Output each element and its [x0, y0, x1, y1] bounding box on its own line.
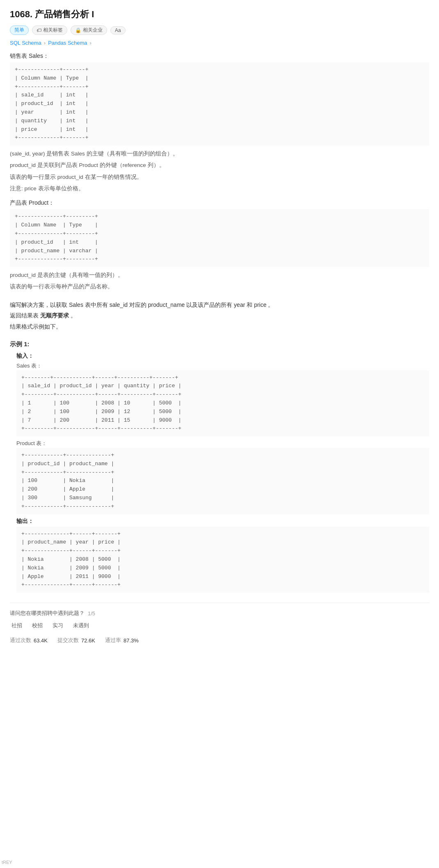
survey-section: 请问您在哪类招聘中遇到此题？ 1/5 社招 校招 实习 未遇到 通过次数 63.…: [10, 603, 429, 644]
stat-submit-count-label: 提交次数: [57, 637, 79, 644]
sales-table-title: 销售表 Sales：: [10, 53, 429, 60]
survey-options: 社招 校招 实习 未遇到: [10, 621, 429, 630]
tag-icon: 🏷: [37, 27, 41, 33]
question-prefix: 返回结果表: [10, 312, 40, 319]
stat-pass-count: 通过次数 63.4K: [10, 637, 48, 644]
survey-option-not-encountered[interactable]: 未遇到: [71, 621, 91, 630]
stat-pass-count-label: 通过次数: [10, 637, 31, 644]
stat-pass-count-value: 63.4K: [34, 637, 48, 644]
tag-related-companies[interactable]: 🔒 相关企业: [71, 25, 107, 35]
sales-table-section: 销售表 Sales： +-------------+-------+ | Col…: [10, 53, 429, 194]
stat-pass-rate-value: 87.3%: [123, 637, 139, 644]
tag-bar: 简单 🏷 相关标签 🔒 相关企业 Aa: [10, 25, 429, 35]
product-desc-2: 该表的每一行表示每种产品的产品名称。: [10, 282, 429, 292]
stat-pass-rate: 通过率 87.3%: [105, 637, 139, 644]
survey-question-text: 请问您在哪类招聘中遇到此题？: [10, 610, 85, 617]
sales-desc-1: (sale_id, year) 是销售表 Sales 的主键（具有唯一值的列的组…: [10, 149, 429, 159]
breadcrumb-pandas-schema[interactable]: Pandas Schema: [48, 40, 87, 46]
stat-pass-rate-label: 通过率: [105, 637, 121, 644]
breadcrumb-sql-schema[interactable]: SQL Schema: [10, 40, 41, 46]
product-desc-1: product_id 是表的主键（具有唯一值的列）。: [10, 270, 429, 280]
sales-desc-3: 该表的每一行显示 product_id 在某一年的销售情况。: [10, 172, 429, 182]
survey-option-shezao[interactable]: 社招: [10, 621, 24, 630]
product-schema-code: +--------------+---------+ | Column Name…: [10, 209, 429, 267]
sales-desc-2: product_id 是关联到产品表 Product 的外键（reference…: [10, 160, 429, 170]
stat-submit-count: 提交次数 72.6K: [57, 637, 95, 644]
example-1-product-label: Product 表：: [16, 440, 429, 447]
tag-related-tags[interactable]: 🏷 相关标签: [32, 25, 67, 35]
example-1-sales-code: +--------+------------+------+----------…: [16, 370, 429, 437]
breadcrumb-separator-2: ›: [90, 40, 91, 46]
survey-counter: 1/5: [88, 610, 95, 617]
question-section: 编写解决方案，以获取 Sales 表中所有 sale_id 对应的 produc…: [10, 299, 429, 332]
sales-schema-code: +-------------+-------+ | Column Name | …: [10, 62, 429, 146]
stat-submit-count-value: 72.6K: [81, 637, 95, 644]
page-title: 1068. 产品销售分析 I: [10, 8, 429, 21]
example-1-output-label: 输出：: [16, 518, 429, 525]
breadcrumb-separator-1: ›: [44, 40, 46, 46]
no-order-text: 无顺序要求: [40, 312, 69, 319]
example-1-product-code: +------------+--------------+ | product_…: [16, 448, 429, 514]
example-1-section: 示例 1: 输入： Sales 表： +--------+-----------…: [10, 340, 429, 593]
example-1-input-label: 输入：: [16, 352, 429, 360]
example-1-output-code: +--------------+------+-------+ | produc…: [16, 527, 429, 593]
stats-bar: 通过次数 63.4K 提交次数 72.6K 通过率 87.3%: [10, 637, 429, 644]
sales-desc-4: 注意: price 表示每单位价格。: [10, 184, 429, 194]
question-text-2: 返回结果表 无顺序要求 。: [10, 310, 429, 321]
tag-font[interactable]: Aa: [110, 26, 126, 34]
example-1-title: 示例 1:: [10, 340, 429, 348]
example-1-input-block: 输入： Sales 表： +--------+------------+----…: [10, 352, 429, 593]
product-table-section: 产品表 Product： +--------------+---------+ …: [10, 199, 429, 292]
survey-option-xiaozao[interactable]: 校招: [30, 621, 44, 630]
tag-easy[interactable]: 简单: [10, 25, 29, 35]
survey-option-shixi[interactable]: 实习: [51, 621, 65, 630]
survey-question-row: 请问您在哪类招聘中遇到此题？ 1/5: [10, 610, 429, 617]
question-text-3: 结果格式示例如下。: [10, 321, 429, 332]
product-table-title: 产品表 Product：: [10, 199, 429, 207]
example-1-sales-label: Sales 表：: [16, 362, 429, 370]
question-text-1: 编写解决方案，以获取 Sales 表中所有 sale_id 对应的 produc…: [10, 299, 429, 311]
lock-icon: 🔒: [75, 27, 81, 33]
breadcrumb: SQL Schema › Pandas Schema ›: [10, 40, 429, 46]
question-suffix: 。: [69, 312, 76, 319]
